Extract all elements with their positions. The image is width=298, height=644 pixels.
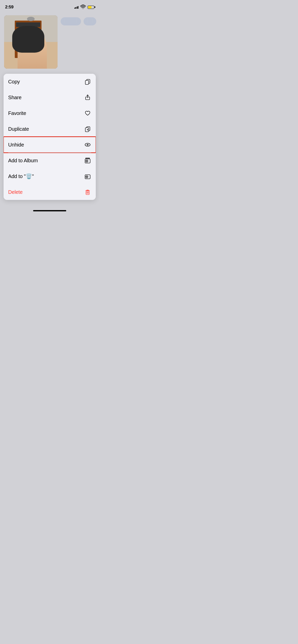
status-bar: 2:59 (0, 0, 99, 13)
photo-placeholder (4, 15, 58, 69)
menu-label-delete: Delete (8, 189, 23, 195)
menu-label-favorite: Favorite (8, 110, 26, 116)
menu-item-delete[interactable]: Delete (4, 184, 96, 200)
menu-label-unhide: Unhide (8, 142, 24, 148)
menu-label-share: Share (8, 95, 21, 100)
add-album-icon-2 (84, 173, 91, 180)
context-menu: Copy Share Favorite Duplicate (4, 74, 96, 200)
copy-icon (84, 78, 91, 85)
menu-item-add-to-album[interactable]: Add to Album (4, 153, 96, 168)
status-time: 2:59 (5, 5, 13, 10)
share-icon (84, 94, 91, 101)
menu-label-add-to-album: Add to Album (8, 158, 38, 164)
photo-area (0, 13, 99, 74)
status-icons (74, 4, 94, 10)
top-right-buttons (61, 15, 96, 25)
svg-rect-2 (85, 80, 89, 84)
home-indicator (0, 206, 99, 213)
home-bar (33, 210, 66, 211)
add-album-icon (84, 157, 91, 164)
menu-label-copy: Copy (8, 79, 20, 85)
top-button-1 (61, 17, 81, 25)
wifi-icon (80, 4, 86, 10)
battery-icon (88, 6, 94, 9)
menu-item-unhide[interactable]: Unhide (4, 137, 96, 153)
signal-icon (74, 6, 79, 9)
menu-label-add-to-recents: Add to "🗑️" (8, 173, 34, 179)
menu-label-duplicate: Duplicate (8, 126, 29, 132)
duplicate-icon (84, 125, 91, 133)
menu-item-share[interactable]: Share (4, 90, 96, 105)
eye-icon (84, 141, 91, 148)
heart-icon (84, 110, 91, 117)
trash-icon (84, 188, 91, 196)
menu-item-copy[interactable]: Copy (4, 74, 96, 90)
svg-rect-9 (86, 158, 90, 159)
menu-item-duplicate[interactable]: Duplicate (4, 121, 96, 137)
photo-thumbnail (4, 15, 58, 69)
menu-item-favorite[interactable]: Favorite (4, 105, 96, 121)
battery-fill (88, 6, 91, 8)
svg-point-0 (83, 8, 83, 9)
menu-item-add-to-recents[interactable]: Add to "🗑️" (4, 168, 96, 184)
top-button-2 (84, 17, 96, 25)
svg-point-8 (87, 144, 88, 145)
